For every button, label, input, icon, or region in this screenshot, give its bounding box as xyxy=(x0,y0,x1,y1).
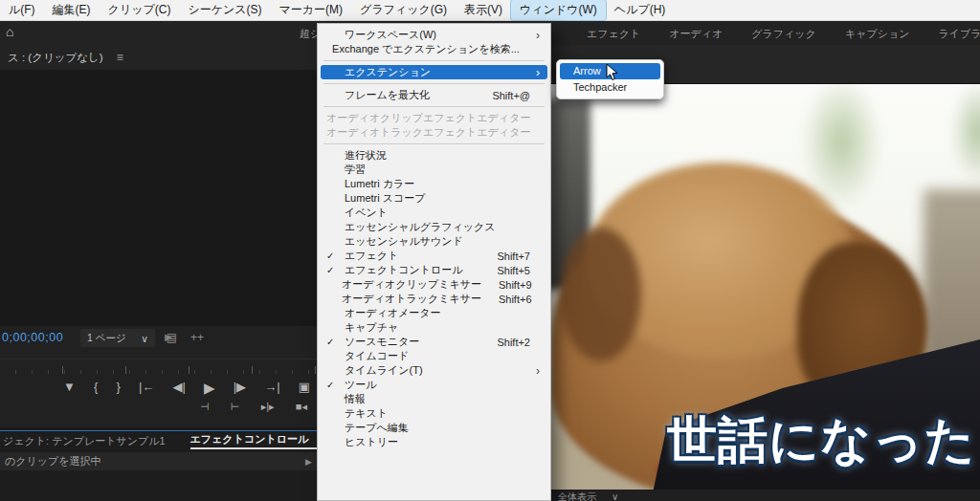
panel-tab-label: エフェクトコントロール xyxy=(190,432,309,447)
workspace-tabs: エフェクトオーディオグラフィックキャプションライブラリデュア xyxy=(587,27,980,41)
window-menu-item[interactable]: イベント xyxy=(321,206,547,220)
workspace-tab[interactable]: オーディオ xyxy=(669,27,723,41)
submenu-arrow-icon: › xyxy=(530,364,540,378)
mark-in-icon[interactable]: { xyxy=(94,380,98,397)
video-subtitle: 世話になった xyxy=(667,407,976,474)
window-menu-item[interactable]: テープへ編集 xyxy=(321,421,547,435)
source-monitor-viewport[interactable] xyxy=(0,70,317,326)
window-menu-item[interactable]: オーディオメーター xyxy=(321,306,547,320)
export-frame-icon[interactable]: ▣ xyxy=(299,380,310,397)
menubar-item[interactable]: ル(F) xyxy=(0,0,44,20)
window-menu-item: オーディオトラックエフェクトエディター xyxy=(321,125,547,140)
menubar-item[interactable]: クリップ(C) xyxy=(100,0,180,20)
overwrite-icon[interactable]: ⊢ xyxy=(231,401,240,413)
checkmark-icon: ✓ xyxy=(326,265,345,275)
zoom-level-select[interactable]: 全体表示 xyxy=(558,490,596,501)
transport-controls-secondary: ⊣⊢▸|▸■◂ xyxy=(200,401,307,413)
window-menu-item[interactable]: ✓ソースモニターShift+2 xyxy=(321,335,547,349)
menubar-item[interactable]: ウィンドウ(W) xyxy=(511,0,606,20)
window-menu-item[interactable]: Lumetri カラー xyxy=(321,177,547,191)
panel-tab[interactable]: エフェクトコントロール≡ xyxy=(190,432,323,449)
window-menu-item[interactable]: キャプチャ xyxy=(321,320,547,335)
panel-tab[interactable]: ジェクト: テンプレートサンプル1 xyxy=(3,434,166,448)
play-small-icon[interactable]: ▶ xyxy=(305,457,312,467)
premiere-pro-window: ル(F)編集(E)クリップ(C)シーケンス(S)マーカー(M)グラフィック(G)… xyxy=(0,0,980,501)
window-menu-item[interactable]: ヒストリー xyxy=(321,435,547,449)
menu-item-label: オーディオトラックエフェクトエディター xyxy=(326,125,530,140)
menu-item-label: 情報 xyxy=(345,392,513,406)
window-menu-item[interactable]: タイムライン(T)› xyxy=(321,363,547,378)
panel-tab-bar: ジェクト: テンプレートサンプル1エフェクトコントロール≡エフェクト xyxy=(0,431,317,450)
window-menu-item[interactable]: ✓エフェクトShift+7 xyxy=(321,249,547,263)
program-monitor-video[interactable]: 世話になった xyxy=(550,84,980,490)
menu-shortcut: Shift+2 xyxy=(497,337,530,348)
window-menu-item[interactable]: ✓ツール xyxy=(321,378,547,392)
status-text: のクリップを選択中 xyxy=(5,454,101,468)
effect-controls-panel: ジェクト: テンプレートサンプル1エフェクトコントロール≡エフェクト のクリップ… xyxy=(0,430,317,501)
button-editor-icon[interactable]: ▤ xyxy=(167,331,177,344)
window-menu-item[interactable]: 進行状況 xyxy=(321,148,547,163)
source-monitor-title: ス : (クリップなし) xyxy=(8,51,103,65)
menu-separator xyxy=(323,143,545,144)
menu-item-label: オーディオクリップミキサー xyxy=(342,277,481,292)
source-monitor-panel: ス : (クリップなし) ≡ 0;00;00;00 1 ページ ∨ ▶ ▤++ … xyxy=(0,45,317,427)
window-menu-item[interactable]: ✓エフェクトコントロールShift+5 xyxy=(321,263,547,277)
timecode-display[interactable]: 0;00;00;00 xyxy=(2,331,63,344)
menubar-item[interactable]: ヘルプ(H) xyxy=(606,0,675,20)
panel-menu-icon[interactable]: ≡ xyxy=(117,51,123,64)
checkmark-icon: ✓ xyxy=(326,250,345,261)
workspace-tab[interactable]: グラフィック xyxy=(751,27,816,41)
add-marker-icon[interactable]: ▼ xyxy=(63,380,76,397)
window-menu-item[interactable]: オーディオクリップミキサーShift+9 xyxy=(321,277,547,292)
window-menu-item[interactable]: Lumetri スコープ xyxy=(321,191,547,206)
menubar-item[interactable]: 編集(E) xyxy=(44,0,100,20)
loop-play-icon[interactable]: ▸|▸ xyxy=(261,401,275,413)
window-menu-item: オーディオクリップエフェクトエディター xyxy=(321,111,547,125)
checkmark-icon: ✓ xyxy=(326,337,345,347)
step-forward-icon[interactable]: |▶ xyxy=(234,380,246,397)
window-menu-item[interactable]: Exchange でエクステンションを検索... xyxy=(321,42,547,56)
menu-item-label: キャプチャ xyxy=(345,320,513,335)
window-menu-item[interactable]: オーディオトラックミキサーShift+6 xyxy=(321,292,547,306)
menubar-item[interactable]: マーカー(M) xyxy=(271,0,352,20)
mark-out-icon[interactable]: } xyxy=(116,380,120,397)
go-to-out-icon[interactable]: →| xyxy=(264,380,279,397)
lift-icon[interactable]: ■◂ xyxy=(296,401,307,413)
workspace-tab[interactable]: エフェクト xyxy=(587,27,640,41)
menu-item-label: ワークスペース(W) xyxy=(345,28,513,42)
submenu-arrow-icon: › xyxy=(530,66,540,79)
workspace-tab[interactable]: ライブラリ xyxy=(938,27,980,41)
window-menu-item[interactable]: タイムコード xyxy=(321,349,547,363)
chevron-down-icon: ∨ xyxy=(141,333,148,344)
menu-item-label: エッセンシャルサウンド xyxy=(345,234,513,249)
source-monitor-header: ス : (クリップなし) ≡ xyxy=(0,45,317,70)
menubar-item[interactable]: シーケンス(S) xyxy=(179,0,270,20)
monitor-side-icons: ▤++ xyxy=(167,331,204,344)
page-select-value: 1 ページ xyxy=(87,332,126,345)
insert-icon[interactable]: ⊣ xyxy=(200,401,210,413)
step-back-icon[interactable]: ◀| xyxy=(172,380,185,397)
menu-item-label: フレームを最大化 xyxy=(345,88,475,102)
panel-tab-label: ジェクト: テンプレートサンプル1 xyxy=(3,435,166,447)
workspace-tab[interactable]: キャプション xyxy=(845,27,910,41)
window-menu-item[interactable]: エッセンシャルサウンド xyxy=(321,234,547,249)
page-select[interactable]: 1 ページ ∨ xyxy=(80,329,155,347)
chevron-down-icon[interactable]: ∨ xyxy=(612,490,618,501)
menubar-item[interactable]: グラフィック(G) xyxy=(351,0,456,20)
window-menu-item[interactable]: テキスト xyxy=(321,406,547,421)
menu-item-label: オーディオトラックミキサー xyxy=(342,292,481,306)
add-button-icon[interactable]: ++ xyxy=(190,331,204,344)
home-icon[interactable]: ⌂ xyxy=(6,24,13,39)
window-menu-item[interactable]: エッセンシャルグラフィックス xyxy=(321,220,547,234)
window-menu-item[interactable]: ワークスペース(W)› xyxy=(321,28,547,42)
menu-shortcut: Shift+6 xyxy=(499,294,532,305)
source-timeline-ruler[interactable] xyxy=(0,359,317,374)
menubar-item[interactable]: 表示(V) xyxy=(456,0,511,20)
play-icon[interactable]: ▶ xyxy=(204,380,215,397)
go-to-in-icon[interactable]: |← xyxy=(139,380,154,397)
menu-item-label: エフェクト xyxy=(345,249,479,263)
window-menu-item[interactable]: 学習 xyxy=(321,163,547,177)
window-menu-item[interactable]: 情報 xyxy=(321,392,547,406)
window-menu-item[interactable]: フレームを最大化Shift+@ xyxy=(321,88,547,102)
window-menu-item[interactable]: エクステンション› xyxy=(321,65,547,79)
